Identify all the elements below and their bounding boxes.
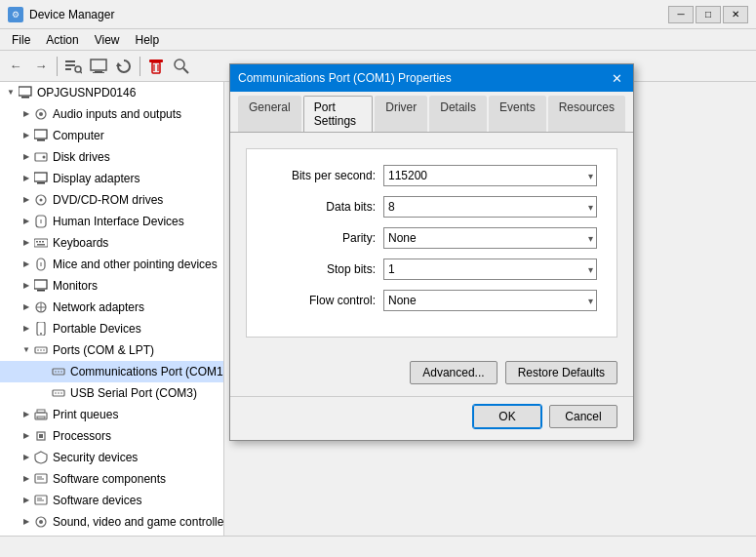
data-bits-label: Data bits: (266, 200, 383, 214)
flow-control-label: Flow control: (266, 294, 383, 307)
tab-resources[interactable]: Resources (548, 96, 625, 132)
advanced-button[interactable]: Advanced... (410, 361, 497, 384)
bits-per-second-label: Bits per second: (266, 169, 383, 182)
bits-per-second-wrapper: 115200 57600 38400 19200 9600 (383, 165, 597, 186)
parity-row: Parity: None Odd Even (266, 227, 597, 249)
bits-per-second-row: Bits per second: 115200 57600 38400 1920… (266, 165, 597, 186)
data-bits-select[interactable]: 8 7 6 5 (383, 196, 597, 218)
dialog-footer-buttons: OK Cancel (230, 396, 633, 440)
data-bits-row: Data bits: 8 7 6 5 (266, 196, 597, 218)
parity-select[interactable]: None Odd Even (383, 227, 597, 249)
dialog-inner-panel: Bits per second: 115200 57600 38400 1920… (246, 148, 617, 338)
tab-strip: General Port Settings Driver Details Eve… (230, 92, 633, 133)
parity-label: Parity: (266, 231, 383, 245)
tab-general[interactable]: General (238, 96, 301, 132)
data-bits-wrapper: 8 7 6 5 (383, 196, 597, 218)
stop-bits-row: Stop bits: 1 1.5 2 (266, 259, 597, 280)
dialog-overlay: Communications Port (COM1) Properties ✕ … (0, 0, 756, 557)
flow-control-select[interactable]: None Hardware Xon / Xoff (383, 290, 597, 311)
flow-control-wrapper: None Hardware Xon / Xoff (383, 290, 597, 311)
ok-button[interactable]: OK (473, 405, 541, 428)
cancel-button[interactable]: Cancel (549, 405, 617, 428)
stop-bits-label: Stop bits: (266, 262, 383, 276)
dialog-close-button[interactable]: ✕ (608, 69, 625, 87)
dialog-title: Communications Port (COM1) Properties (238, 71, 452, 85)
tab-driver[interactable]: Driver (375, 96, 427, 132)
bits-per-second-select[interactable]: 115200 57600 38400 19200 9600 (383, 165, 597, 186)
dialog-content-area: Bits per second: 115200 57600 38400 1920… (230, 133, 633, 353)
dialog-title-bar: Communications Port (COM1) Properties ✕ (230, 64, 633, 92)
properties-dialog: Communications Port (COM1) Properties ✕ … (229, 63, 634, 441)
tab-port-settings[interactable]: Port Settings (303, 96, 374, 132)
tab-details[interactable]: Details (429, 96, 487, 132)
stop-bits-wrapper: 1 1.5 2 (383, 259, 597, 280)
tab-events[interactable]: Events (489, 96, 546, 132)
dialog-action-buttons: Advanced... Restore Defaults (230, 353, 633, 396)
restore-defaults-button[interactable]: Restore Defaults (505, 361, 617, 384)
stop-bits-select[interactable]: 1 1.5 2 (383, 259, 597, 280)
parity-wrapper: None Odd Even (383, 227, 597, 249)
flow-control-row: Flow control: None Hardware Xon / Xoff (266, 290, 597, 311)
